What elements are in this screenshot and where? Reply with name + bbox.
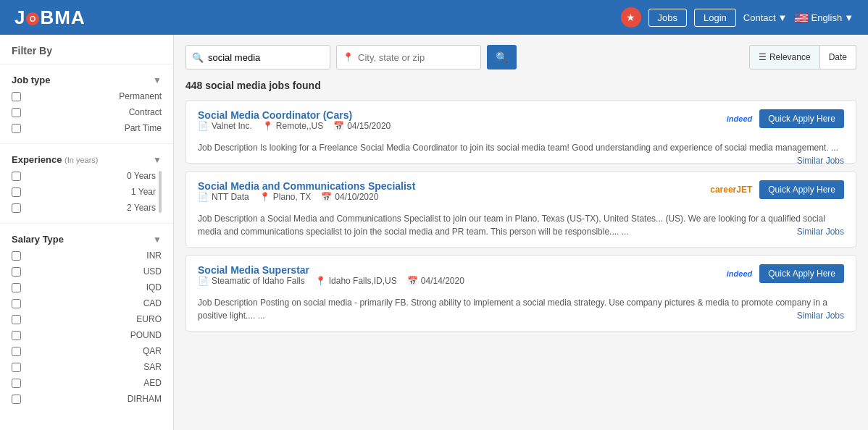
quick-apply-button[interactable]: Quick Apply Here (759, 180, 844, 199)
language-menu[interactable]: 🇺🇸 English ▼ (794, 11, 854, 25)
quick-apply-button[interactable]: Quick Apply Here (759, 109, 844, 128)
main-content: 🔍 📍 🔍 ☰ Relevance Date 448 social media … (174, 35, 868, 430)
filter-aed: AED (12, 375, 162, 391)
experience-toggle[interactable]: Experience (In years) ▼ (12, 151, 162, 168)
salary-type-section: Salary Type ▼ INR USD IQD CAD EURO (0, 223, 173, 414)
keyword-search-icon: 🔍 (192, 52, 204, 63)
date-item: 📅 04/10/2020 (321, 192, 378, 202)
quick-apply-button[interactable]: Quick Apply Here (759, 264, 844, 283)
pound-label: POUND (27, 330, 162, 340)
location-input[interactable] (358, 52, 475, 63)
1-year-checkbox[interactable] (12, 187, 21, 197)
filter-qar: QAR (12, 343, 162, 359)
2-years-checkbox[interactable] (12, 203, 21, 213)
relevance-label: Relevance (769, 52, 811, 62)
experience-chevron-icon: ▼ (153, 155, 162, 165)
job-title[interactable]: Social Media Coordinator (Cars) (198, 109, 391, 121)
company-name: Steamatic of Idaho Falls (212, 276, 305, 286)
relevance-sort-button[interactable]: ☰ Relevance (749, 45, 820, 69)
filter-contract: Contract (12, 104, 162, 120)
0-years-label: 0 Years (27, 171, 156, 181)
part-time-checkbox[interactable] (12, 124, 21, 133)
company-name: NTT Data (212, 192, 249, 202)
job-title[interactable]: Social Media Superstar (198, 264, 464, 276)
calendar-icon: 📅 (407, 276, 418, 286)
usd-checkbox[interactable] (12, 267, 21, 277)
aed-checkbox[interactable] (12, 379, 21, 388)
job-actions: careerJET Quick Apply Here (710, 180, 844, 199)
list-icon: ☰ (759, 52, 767, 62)
location-input-wrapper: 📍 (336, 45, 481, 69)
login-button[interactable]: Login (694, 9, 736, 27)
qar-checkbox[interactable] (12, 347, 21, 356)
location-item: 📍 Idaho Falls,ID,US (315, 276, 397, 286)
search-button[interactable]: 🔍 (487, 45, 517, 69)
sar-label: SAR (27, 362, 162, 372)
job-card-header: Social Media and Communications Speciali… (198, 180, 844, 208)
company-item: 📄 Valnet Inc. (198, 121, 252, 131)
job-location: Plano, TX (273, 192, 311, 202)
keyword-input[interactable] (208, 52, 324, 63)
similar-jobs-link[interactable]: Similar Jobs (797, 225, 844, 238)
company-icon: 📄 (198, 276, 209, 286)
date-label: Date (829, 52, 847, 62)
job-card: Social Media Superstar 📄 Steamatic of Id… (185, 255, 856, 332)
location-icon-job: 📍 (259, 192, 270, 202)
flag-icon: 🇺🇸 (794, 11, 809, 25)
contract-checkbox[interactable] (12, 108, 21, 117)
keyword-input-wrapper: 🔍 (185, 45, 330, 69)
job-desc-text: Job Description a Social Media and Commu… (198, 214, 825, 237)
language-label: English (811, 12, 842, 23)
euro-checkbox[interactable] (12, 315, 21, 324)
location-icon-job: 📍 (315, 276, 326, 286)
1-year-label: 1 Year (27, 187, 156, 197)
contract-label: Contract (27, 107, 162, 117)
pound-checkbox[interactable] (12, 331, 21, 340)
company-item: 📄 Steamatic of Idaho Falls (198, 276, 305, 286)
job-type-section: Job type ▼ Permanent Contract Part Time (0, 64, 173, 143)
similar-jobs-link[interactable]: Similar Jobs (797, 154, 844, 167)
job-type-toggle[interactable]: Job type ▼ (12, 72, 162, 88)
job-actions: indeed Quick Apply Here (727, 264, 844, 283)
2-years-label: 2 Years (27, 203, 156, 213)
salary-type-label: Salary Type (12, 234, 64, 245)
job-desc-text: Job Description Posting on social media … (198, 298, 827, 321)
job-card-header: Social Media Coordinator (Cars) 📄 Valnet… (198, 109, 844, 137)
job-date: 04/14/2020 (421, 276, 464, 286)
filter-pound: POUND (12, 327, 162, 343)
location-icon-job: 📍 (262, 121, 273, 131)
job-title[interactable]: Social Media and Communications Speciali… (198, 180, 415, 192)
job-desc-text: Job Description Is looking for a Freelan… (198, 143, 838, 153)
filter-2-years: 2 Years (12, 200, 156, 216)
notification-bell[interactable]: ★ (621, 7, 641, 28)
filter-iqd: IQD (12, 279, 162, 295)
inr-checkbox[interactable] (12, 251, 21, 261)
sar-checkbox[interactable] (12, 363, 21, 372)
sort-buttons: ☰ Relevance Date (749, 45, 856, 69)
jobs-button[interactable]: Jobs (648, 9, 687, 27)
language-chevron-icon: ▼ (844, 12, 854, 23)
similar-jobs-link[interactable]: Similar Jobs (797, 309, 844, 322)
qar-label: QAR (27, 346, 162, 356)
0-years-checkbox[interactable] (12, 172, 21, 181)
euro-label: EURO (27, 314, 162, 324)
calendar-icon: 📅 (321, 192, 332, 202)
permanent-checkbox[interactable] (12, 92, 21, 101)
dirham-checkbox[interactable] (12, 395, 21, 404)
iqd-checkbox[interactable] (12, 283, 21, 292)
source-logo-careerjet: careerJET (710, 185, 752, 195)
job-description: Job Description Posting on social media … (198, 296, 844, 322)
date-sort-button[interactable]: Date (820, 45, 856, 69)
main-layout: Filter By Job type ▼ Permanent Contract … (0, 35, 868, 430)
job-type-label: Job type (12, 75, 50, 85)
job-location: Remote,,US (276, 121, 323, 131)
filter-0-years: 0 Years (12, 168, 156, 184)
cad-checkbox[interactable] (12, 299, 21, 308)
company-name: Valnet Inc. (212, 121, 252, 131)
company-item: 📄 NTT Data (198, 192, 249, 202)
salary-type-toggle[interactable]: Salary Type ▼ (12, 231, 162, 248)
years-scrollbar[interactable] (159, 171, 162, 213)
cad-label: CAD (27, 298, 162, 308)
filter-permanent: Permanent (12, 88, 162, 104)
contact-menu[interactable]: Contact ▼ (743, 12, 788, 23)
